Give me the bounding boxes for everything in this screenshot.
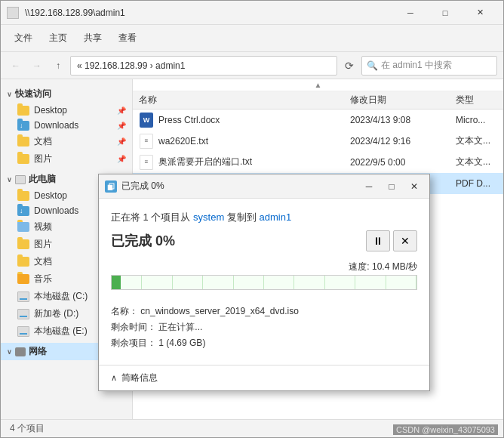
progress-area: 速度: 10.4 MB/秒 [111, 261, 417, 290]
dialog-body: 正在将 1 个项目从 system 复制到 admin1 已完成 0% ⏸ ✕ … [99, 199, 429, 365]
column-header-name[interactable]: 名称 [139, 94, 350, 106]
dialog-subtitle: 正在将 1 个项目从 system 复制到 admin1 [111, 211, 417, 224]
sidebar-item-label: 图片 [34, 238, 52, 251]
copy-icon [107, 183, 115, 190]
file-icon-txt2: ≡ [139, 155, 154, 170]
network-icon [15, 347, 26, 356]
folder-icon [17, 274, 29, 284]
grid-col [325, 276, 355, 289]
dialog-controls: ⏸ ✕ [366, 230, 417, 251]
table-row[interactable]: ≡ wa2620E.txt 2023/4/12 9:16 文本文... [133, 131, 503, 152]
table-row[interactable]: W Press Ctrl.docx 2023/4/13 9:08 Micro..… [133, 110, 503, 131]
info-name-label: 名称： [111, 306, 138, 316]
copy-dialog: 已完成 0% ─ □ ✕ 正在将 1 个项目从 system 复制到 admin… [98, 174, 430, 391]
sidebar-item-label: 文档 [34, 255, 52, 268]
svg-rect-1 [109, 184, 114, 189]
file-type: PDF D... [456, 178, 503, 189]
forward-button[interactable]: → [28, 57, 46, 75]
sidebar-item-label: Desktop [34, 190, 67, 201]
dialog-footer[interactable]: ∧ 简略信息 [99, 365, 429, 390]
pin-icon: 📌 [117, 155, 126, 163]
file-list-header: 名称 修改日期 类型 [133, 91, 503, 110]
pin-icon: 📌 [117, 122, 126, 130]
info-row-name: 名称： cn_windows_server_2019_x64_dvd.iso [111, 305, 417, 318]
dialog-status-text: 已完成 0% [111, 232, 175, 250]
drive-icon [17, 326, 29, 337]
sidebar-header-quick-access[interactable]: ∨ 快速访问 [1, 85, 132, 103]
drive-icon [17, 291, 29, 302]
folder-icon [17, 191, 29, 201]
sidebar-item-pictures-quick[interactable]: 图片 📌 [1, 150, 132, 168]
grid-col [294, 276, 324, 289]
txt-icon: ≡ [140, 134, 153, 149]
close-button[interactable]: ✕ [463, 1, 497, 25]
sidebar-item-desktop-quick[interactable]: Desktop 📌 [1, 103, 132, 118]
column-header-date[interactable]: 修改日期 [350, 94, 456, 106]
address-bar: ← → ↑ « 192.168.128.99 › admin1 ⟳ 🔍 在 ad… [1, 52, 503, 79]
grid-col [386, 276, 416, 289]
folder-icon [17, 106, 29, 116]
ribbon-tab-home[interactable]: 主页 [41, 29, 75, 48]
txt-icon: ≡ [140, 155, 153, 170]
minimize-button[interactable]: ─ [393, 1, 428, 25]
sidebar-item-label: 视频 [34, 221, 52, 233]
sidebar-item-label: 本地磁盘 (E:) [34, 325, 88, 338]
speed-label: 速度: 10.4 MB/秒 [111, 261, 417, 273]
grid-col [173, 276, 203, 289]
pause-button[interactable]: ⏸ [366, 230, 390, 251]
folder-icon [17, 257, 29, 267]
title-bar: \\192.168.128.99\admin1 ─ □ ✕ [1, 1, 503, 25]
progress-grid [112, 276, 416, 289]
search-box[interactable]: 🔍 在 admin1 中搜索 [361, 56, 497, 76]
info-name-value: cn_windows_server_2019_x64_dvd.iso [140, 306, 298, 316]
file-explorer-window: \\192.168.128.99\admin1 ─ □ ✕ 文件 主页 共享 查… [0, 0, 504, 438]
folder-icon [17, 222, 29, 232]
up-button[interactable]: ↑ [49, 57, 67, 75]
folder-icon [17, 239, 29, 249]
dialog-maximize-button[interactable]: □ [383, 177, 401, 196]
grid-col [112, 276, 142, 289]
refresh-button[interactable]: ⟳ [340, 57, 358, 75]
sidebar-item-label: 新加卷 (D:) [34, 307, 78, 320]
column-header-type[interactable]: 类型 [456, 94, 503, 106]
drive-icon [17, 309, 29, 319]
grid-col [203, 276, 233, 289]
sidebar-this-pc-label: 此电脑 [29, 173, 56, 186]
file-name: Press Ctrl.docx [158, 115, 350, 125]
maximize-button[interactable]: □ [428, 1, 463, 25]
details-chevron-icon: ∧ [111, 373, 117, 383]
window-icon [7, 7, 19, 19]
back-button[interactable]: ← [7, 57, 25, 75]
details-label: 简略信息 [121, 372, 158, 384]
address-path[interactable]: « 192.168.128.99 › admin1 [70, 56, 337, 76]
ribbon-tab-file[interactable]: 文件 [7, 29, 40, 48]
ribbon-tab-share[interactable]: 共享 [76, 29, 109, 48]
info-items-value: 1 (4.69 GB) [158, 338, 205, 348]
chevron-down-icon: ∨ [7, 91, 12, 98]
file-date: 2023/4/13 9:08 [350, 115, 456, 125]
dialog-info: 名称： cn_windows_server_2019_x64_dvd.iso 剩… [111, 299, 417, 359]
info-items-label: 剩余项目： [111, 338, 156, 348]
sidebar-item-label: Desktop [34, 105, 67, 116]
dialog-title-text: 已完成 0% [121, 180, 355, 193]
stop-button[interactable]: ✕ [393, 230, 417, 251]
sidebar-item-documents-quick[interactable]: 文档 📌 [1, 133, 132, 150]
sidebar-section-quick-access: ∨ 快速访问 Desktop 📌 Downloads 📌 [1, 85, 132, 168]
sidebar-item-label: 图片 [34, 153, 52, 165]
dialog-minimize-button[interactable]: ─ [360, 177, 378, 196]
grid-col [264, 276, 294, 289]
info-time-value: 正在计算... [158, 322, 202, 332]
sidebar-item-label: Downloads [34, 120, 78, 131]
grid-col [142, 276, 172, 289]
sidebar-item-label: 文档 [34, 135, 52, 148]
download-folder-icon [17, 206, 29, 216]
search-icon: 🔍 [367, 60, 378, 71]
pin-icon: 📌 [117, 106, 126, 115]
dialog-close-button[interactable]: ✕ [405, 177, 423, 196]
sidebar-item-downloads-quick[interactable]: Downloads 📌 [1, 118, 132, 133]
info-row-time: 剩余时间： 正在计算... [111, 321, 417, 334]
table-row[interactable]: ≡ 奥派需要开启的端口.txt 2022/9/5 0:00 文本文... [133, 152, 503, 173]
ribbon: 文件 主页 共享 查看 [1, 25, 503, 52]
folder-icon [17, 137, 29, 147]
ribbon-tab-view[interactable]: 查看 [111, 29, 144, 48]
